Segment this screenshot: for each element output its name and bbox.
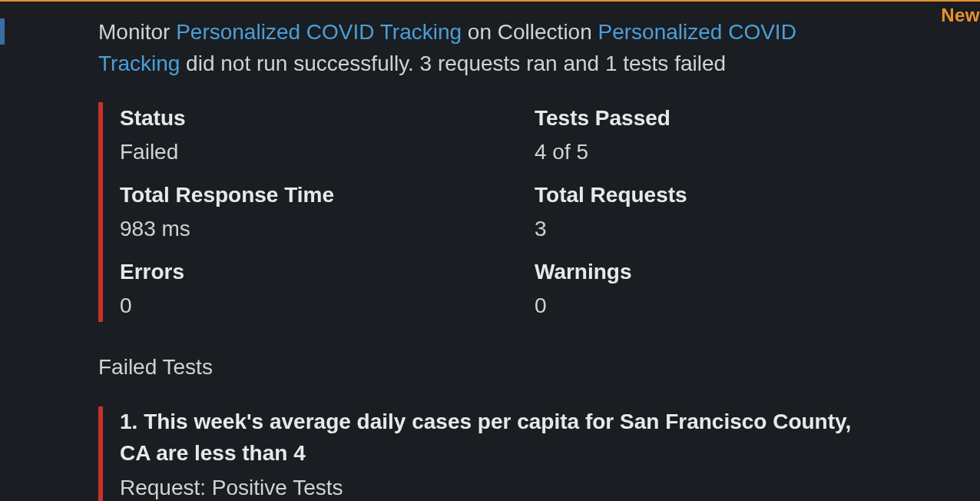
- stats-block: Status Failed Tests Passed 4 of 5 Total …: [98, 102, 882, 322]
- new-badge: New: [941, 2, 980, 29]
- stat-warnings-label: Warnings: [535, 256, 882, 288]
- monitor-link[interactable]: Personalized COVID Tracking: [176, 20, 462, 44]
- stat-warnings: Warnings 0: [535, 256, 882, 322]
- stat-tests-passed-value: 4 of 5: [535, 136, 882, 168]
- stat-total-requests-label: Total Requests: [535, 179, 882, 211]
- failed-test-item: 1. This week's average daily cases per c…: [98, 406, 882, 501]
- failed-test-request: Request: Positive Tests: [120, 472, 882, 501]
- stat-warnings-value: 0: [535, 290, 882, 322]
- stat-total-requests: Total Requests 3: [535, 179, 882, 245]
- stat-errors-label: Errors: [120, 256, 535, 288]
- intro-middle: on Collection: [462, 20, 598, 44]
- stat-status: Status Failed: [120, 102, 535, 168]
- stat-response-time-value: 983 ms: [120, 213, 535, 245]
- stat-tests-passed-label: Tests Passed: [535, 102, 882, 134]
- failed-test-title: 1. This week's average daily cases per c…: [120, 406, 882, 469]
- stat-response-time: Total Response Time 983 ms: [120, 179, 535, 245]
- message-content: Monitor Personalized COVID Tracking on C…: [0, 0, 980, 501]
- stat-tests-passed: Tests Passed 4 of 5: [535, 102, 882, 168]
- stat-response-time-label: Total Response Time: [120, 179, 535, 211]
- stat-errors-value: 0: [120, 290, 535, 322]
- intro-prefix: Monitor: [98, 20, 176, 44]
- failed-tests-heading: Failed Tests: [98, 351, 882, 383]
- intro-text: Monitor Personalized COVID Tracking on C…: [98, 17, 882, 79]
- stats-grid: Status Failed Tests Passed 4 of 5 Total …: [120, 102, 882, 322]
- stat-status-value: Failed: [120, 136, 535, 168]
- top-divider: [0, 0, 980, 2]
- stat-total-requests-value: 3: [535, 213, 882, 245]
- unread-indicator: [0, 18, 5, 45]
- stat-errors: Errors 0: [120, 256, 535, 322]
- intro-suffix: did not run successfully. 3 requests ran…: [180, 51, 726, 75]
- stat-status-label: Status: [120, 102, 535, 134]
